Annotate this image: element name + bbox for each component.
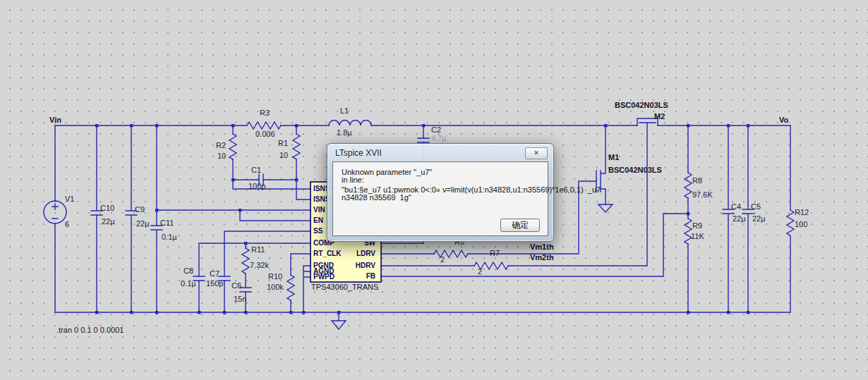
spice-directive[interactable]: .tran 0 0.1 0 0.0001: [56, 326, 123, 334]
component-name-r8[interactable]: R8: [692, 177, 702, 185]
component-value-r1[interactable]: 10: [279, 152, 288, 159]
dialog-message-line: Unknown parameter "_u7": [342, 168, 601, 176]
close-button[interactable]: ✕: [525, 147, 548, 159]
component-name-r11[interactable]: R11: [251, 246, 265, 254]
component-value-c2[interactable]: 4.7µ: [431, 135, 447, 142]
component-value-l1[interactable]: 1.8µ: [337, 129, 352, 137]
component-value-c11[interactable]: 0.1µ: [162, 233, 177, 241]
ic-pin-ss: SS: [313, 228, 323, 235]
close-icon: ✕: [534, 150, 539, 157]
component-value-c8[interactable]: 0.1µ: [181, 280, 196, 288]
component-name-c9[interactable]: C9: [135, 206, 145, 214]
component-value-r12[interactable]: 100: [795, 221, 807, 228]
component-name-r3[interactable]: R3: [260, 109, 270, 117]
component-value-m2[interactable]: BSC042N03LS: [615, 102, 668, 109]
component-name-r2[interactable]: R2: [216, 142, 226, 149]
component-value-r9[interactable]: 11K: [691, 233, 704, 240]
component-value-r3[interactable]: 0.006: [255, 130, 275, 138]
component-value-c6[interactable]: 15n: [234, 295, 246, 303]
net-label-vo[interactable]: Vo: [779, 116, 788, 124]
ok-button[interactable]: 确定: [500, 219, 540, 232]
component-value-r7[interactable]: 2: [478, 268, 482, 276]
error-dialog: LTspice XVII ✕ Unknown parameter "_u7" i…: [327, 143, 554, 242]
ltspice-schematic-window: .tran 0 0.1 0 0.0001 TPS43060_TRANS VinV…: [0, 0, 868, 380]
component-value-m1[interactable]: BSC042N03LS: [608, 166, 662, 174]
ic-pin-vin: VIN: [313, 207, 325, 214]
component-value-c10[interactable]: 22µ: [102, 218, 115, 226]
component-name-r12[interactable]: R12: [795, 209, 809, 216]
component-value-r10[interactable]: 100k: [267, 283, 284, 291]
component-name-c4[interactable]: C4: [731, 203, 741, 211]
component-value-c4[interactable]: 22µ: [733, 215, 746, 223]
component-value-c9[interactable]: 22µ: [136, 220, 150, 228]
component-name-c5[interactable]: C5: [751, 203, 761, 211]
component-value-c5[interactable]: 22µ: [752, 215, 766, 223]
ic-name-label[interactable]: TPS43060_TRANS: [311, 283, 378, 291]
ic-pin-fb: FB: [311, 273, 375, 280]
ic-pin-hdrv: HDRV: [311, 262, 375, 269]
net-label-vin[interactable]: Vin: [49, 116, 61, 124]
component-name-v1[interactable]: V1: [65, 195, 74, 203]
component-name-c1[interactable]: C1: [251, 166, 261, 174]
ic-pin-en: EN: [313, 217, 323, 224]
component-name-c8[interactable]: C8: [183, 267, 193, 275]
component-name-m2[interactable]: M2: [654, 113, 665, 121]
component-name-l1[interactable]: L1: [340, 107, 349, 115]
ic-pin-ldrv: LDRV: [311, 250, 375, 257]
component-value-c1[interactable]: 100p: [248, 183, 265, 190]
component-name-r9[interactable]: R9: [692, 222, 702, 230]
net-label-vm1th[interactable]: Vm1th: [530, 243, 554, 251]
dialog-title: LTspice XVII: [335, 148, 382, 158]
component-name-r10[interactable]: R10: [268, 273, 282, 281]
component-name-c7[interactable]: C7: [210, 270, 219, 278]
component-name-r1[interactable]: R1: [278, 140, 288, 147]
dialog-message-line: in line:: [342, 176, 601, 184]
component-value-r11[interactable]: 7.32k: [250, 262, 269, 269]
component-value-r2[interactable]: 10: [217, 152, 226, 160]
component-name-m1[interactable]: M1: [608, 154, 619, 161]
component-name-c6[interactable]: C6: [231, 282, 241, 290]
net-label-vm2th[interactable]: Vm2th: [530, 254, 554, 262]
component-value-r6[interactable]: 2: [440, 256, 445, 264]
dialog-message-line: n34828 n35569 1g": [342, 194, 601, 202]
component-value-r8[interactable]: 97.6K: [692, 191, 713, 199]
component-name-c2[interactable]: C2: [431, 126, 441, 134]
dialog-body: Unknown parameter "_u7" in line: "bu1:§e…: [332, 161, 548, 236]
component-value-c7[interactable]: 150p: [206, 280, 223, 288]
component-name-c10[interactable]: C10: [100, 204, 114, 212]
dialog-message: Unknown parameter "_u7" in line: "bu1:§e…: [342, 168, 601, 202]
component-value-v1[interactable]: 6: [65, 221, 69, 228]
component-name-r7[interactable]: R7: [490, 250, 500, 257]
component-name-c11[interactable]: C11: [160, 219, 174, 227]
